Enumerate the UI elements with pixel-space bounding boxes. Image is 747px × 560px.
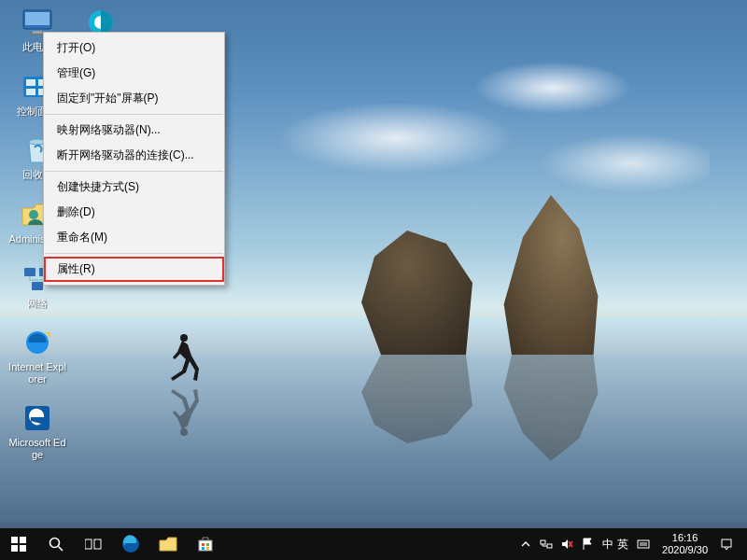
svg-point-12 — [29, 210, 38, 219]
volume-muted-icon — [560, 538, 573, 551]
rock-right-decoration — [495, 187, 607, 355]
svg-rect-3 — [25, 12, 49, 25]
clock-time: 16:16 — [672, 532, 698, 544]
svg-rect-41 — [722, 539, 731, 547]
svg-rect-15 — [32, 282, 43, 290]
ie-glyph-icon — [21, 326, 54, 359]
svg-rect-26 — [85, 539, 92, 549]
folder-icon — [159, 537, 177, 552]
taskbar-store-button[interactable] — [187, 528, 224, 560]
menu-properties[interactable]: 属性(R) — [44, 257, 224, 282]
svg-rect-33 — [206, 547, 209, 550]
notification-icon — [720, 538, 733, 551]
task-view-icon — [85, 538, 102, 551]
svg-rect-32 — [202, 547, 204, 550]
tray-network-button[interactable] — [537, 528, 556, 560]
taskbar-edge-button[interactable] — [112, 528, 149, 560]
internet-explorer-icon[interactable]: Internet Explorer — [7, 326, 67, 385]
svg-rect-20 — [11, 537, 18, 543]
store-icon — [197, 536, 214, 553]
clouds-decoration — [187, 37, 710, 205]
edge-icon — [121, 535, 140, 553]
network-tray-icon — [540, 538, 553, 551]
svg-rect-29 — [199, 540, 212, 551]
svg-rect-27 — [94, 539, 101, 549]
svg-rect-22 — [11, 545, 18, 552]
search-icon — [49, 537, 63, 552]
network-label: 网络 — [27, 298, 48, 310]
tray-clock[interactable]: 16:16 2020/9/30 — [655, 532, 715, 555]
svg-point-1 — [180, 428, 188, 436]
action-center-button[interactable] — [717, 528, 736, 560]
ime-indicator[interactable]: 中 英 — [599, 537, 632, 553]
menu-open[interactable]: 打开(O) — [44, 35, 224, 61]
menu-separator — [45, 114, 223, 115]
menu-map-network-drive[interactable]: 映射网络驱动器(N)... — [44, 118, 224, 143]
svg-line-25 — [59, 547, 63, 552]
taskbar-spacer — [224, 528, 516, 560]
svg-rect-30 — [202, 543, 204, 546]
microsoft-edge-icon[interactable]: Microsoft Edge — [7, 401, 67, 460]
task-view-button[interactable] — [75, 528, 112, 560]
menu-delete[interactable]: 删除(D) — [44, 200, 224, 225]
svg-rect-7 — [26, 79, 35, 86]
svg-rect-4 — [33, 31, 42, 34]
svg-rect-13 — [24, 268, 35, 276]
menu-disconnect-network-drive[interactable]: 断开网络驱动器的连接(C)... — [44, 143, 224, 168]
keyboard-icon — [637, 538, 650, 551]
search-button[interactable] — [37, 528, 75, 560]
menu-pin-to-start[interactable]: 固定到"开始"屏幕(P) — [44, 86, 224, 111]
svg-rect-9 — [26, 89, 35, 95]
taskbar-file-explorer-button[interactable] — [149, 528, 187, 560]
menu-create-shortcut[interactable]: 创建快捷方式(S) — [44, 175, 224, 200]
runner-reflection — [163, 387, 201, 439]
start-button[interactable] — [0, 528, 37, 560]
ime-settings-button[interactable] — [634, 528, 653, 560]
svg-rect-21 — [20, 537, 26, 543]
tray-overflow-button[interactable] — [516, 528, 535, 560]
flag-icon — [582, 538, 593, 551]
menu-separator — [45, 171, 223, 172]
ime-mode-label: 中 — [602, 537, 613, 553]
this-pc-context-menu: 打开(O) 管理(G) 固定到"开始"屏幕(P) 映射网络驱动器(N)... 断… — [43, 32, 225, 286]
svg-rect-34 — [541, 540, 545, 544]
tray-security-button[interactable] — [578, 528, 597, 560]
internet-explorer-label: Internet Explorer — [7, 361, 67, 385]
chevron-up-icon — [521, 539, 530, 549]
ime-lang-label: 英 — [617, 537, 628, 553]
menu-rename[interactable]: 重命名(M) — [44, 225, 224, 250]
runner-decoration — [163, 331, 201, 383]
microsoft-edge-label: Microsoft Edge — [7, 437, 67, 460]
tray-volume-button[interactable] — [557, 528, 576, 560]
svg-rect-31 — [206, 543, 209, 546]
edge-glyph-icon — [21, 401, 54, 435]
svg-point-0 — [180, 334, 188, 342]
system-tray: 中 英 16:16 2020/9/30 — [516, 528, 747, 560]
svg-rect-38 — [638, 540, 649, 548]
rock-left-decoration — [355, 224, 486, 355]
svg-point-24 — [50, 539, 60, 548]
windows-logo-icon — [11, 537, 26, 552]
menu-separator — [45, 253, 223, 254]
taskbar: 中 英 16:16 2020/9/30 — [0, 528, 747, 560]
svg-rect-23 — [20, 545, 26, 552]
svg-rect-35 — [547, 544, 552, 548]
clock-date: 2020/9/30 — [662, 544, 708, 556]
menu-manage[interactable]: 管理(G) — [44, 61, 224, 86]
